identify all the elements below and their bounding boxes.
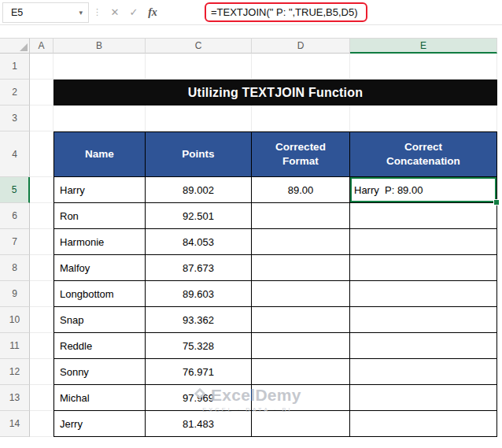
cell-D8[interactable] — [252, 255, 350, 281]
row-header-11[interactable]: 11 — [0, 333, 30, 359]
row-header-6[interactable]: 6 — [0, 203, 30, 229]
column-header-D[interactable]: D — [252, 38, 350, 54]
cell-D1[interactable] — [252, 54, 350, 80]
cell-E7[interactable] — [350, 229, 497, 255]
row-header-10[interactable]: 10 — [0, 307, 30, 333]
cell-A13[interactable] — [30, 385, 54, 411]
cell-E8[interactable] — [350, 255, 497, 281]
cell-D14[interactable] — [252, 411, 350, 437]
cell-D5[interactable]: 89.00 — [252, 177, 350, 203]
excel-window: E5 ▾ ⋮ ✕ ✓ fx =TEXTJOIN(" P: ",TRUE,B5,D… — [0, 0, 502, 437]
cell-D3[interactable] — [252, 106, 350, 131]
row-header-3[interactable]: 3 — [0, 106, 30, 131]
table-header-name[interactable]: Name — [54, 131, 146, 177]
cell-E9[interactable] — [350, 281, 497, 307]
cell-C12[interactable]: 76.971 — [146, 359, 252, 385]
cell-B5[interactable]: Harry — [54, 177, 146, 203]
row-header-9[interactable]: 9 — [0, 281, 30, 307]
cell-B7[interactable]: Harmonie — [54, 229, 146, 255]
cell-A4[interactable] — [30, 131, 54, 177]
cell-C9[interactable]: 89.603 — [146, 281, 252, 307]
cell-A10[interactable] — [30, 307, 54, 333]
cell-E11[interactable] — [350, 333, 497, 359]
cell-A9[interactable] — [30, 281, 54, 307]
column-header-B[interactable]: B — [54, 38, 146, 54]
cell-D7[interactable] — [252, 229, 350, 255]
cell-A2[interactable] — [30, 80, 54, 106]
cell-A7[interactable] — [30, 229, 54, 255]
cell-E1[interactable] — [350, 54, 497, 80]
cell-E13[interactable] — [350, 385, 497, 411]
cell-A6[interactable] — [30, 203, 54, 229]
cell-B12[interactable]: Sonny — [54, 359, 146, 385]
row-header-7[interactable]: 7 — [0, 229, 30, 255]
cell-A5[interactable] — [30, 177, 54, 203]
cell-D11[interactable] — [252, 333, 350, 359]
cell-C13[interactable]: 97.969 — [146, 385, 252, 411]
cell-A11[interactable] — [30, 333, 54, 359]
cell-C11[interactable]: 75.328 — [146, 333, 252, 359]
cell-A3[interactable] — [30, 106, 54, 131]
cell-C1[interactable] — [146, 54, 252, 80]
cell-C7[interactable]: 84.053 — [146, 229, 252, 255]
cell-C8[interactable]: 87.673 — [146, 255, 252, 281]
chevron-down-icon[interactable]: ▾ — [79, 9, 83, 17]
row-header-14[interactable]: 14 — [0, 411, 30, 437]
row-header-1[interactable]: 1 — [0, 54, 30, 80]
cell-E14[interactable] — [350, 411, 497, 437]
row-header-5[interactable]: 5 — [0, 177, 30, 203]
cell-C10[interactable]: 93.362 — [146, 307, 252, 333]
column-header-E[interactable]: E — [350, 38, 497, 54]
cell-B10[interactable]: Snap — [54, 307, 146, 333]
column-header-A[interactable]: A — [30, 38, 54, 54]
select-all-corner[interactable] — [0, 38, 30, 54]
cell-E10[interactable] — [350, 307, 497, 333]
cell-B1[interactable] — [54, 54, 146, 80]
cell-A1[interactable] — [30, 54, 54, 80]
cell-C5[interactable]: 89.002 — [146, 177, 252, 203]
table-header-corrected-format[interactable]: Corrected Format — [252, 131, 350, 177]
cell-D13[interactable] — [252, 385, 350, 411]
spreadsheet-grid: A B C D E 1 2 Utilizing TEXTJOIN Functio… — [0, 38, 502, 437]
cell-D6[interactable] — [252, 203, 350, 229]
cell-B9[interactable]: Longbottom — [54, 281, 146, 307]
cell-A8[interactable] — [30, 255, 54, 281]
formula-bar: E5 ▾ ⋮ ✕ ✓ fx =TEXTJOIN(" P: ",TRUE,B5,D… — [0, 0, 502, 25]
cell-E6[interactable] — [350, 203, 497, 229]
cell-A14[interactable] — [30, 411, 54, 437]
drag-handle-icon: ⋮ — [89, 7, 105, 17]
cell-E12[interactable] — [350, 359, 497, 385]
cell-E5[interactable]: Harry P: 89.00 — [350, 177, 497, 203]
cell-B3[interactable] — [54, 106, 146, 131]
cell-C6[interactable]: 92.501 — [146, 203, 252, 229]
cell-D9[interactable] — [252, 281, 350, 307]
cell-B11[interactable]: Reddle — [54, 333, 146, 359]
column-header-C[interactable]: C — [146, 38, 252, 54]
row-header-2[interactable]: 2 — [0, 80, 30, 106]
confirm-icon[interactable]: ✓ — [124, 2, 143, 23]
cell-D12[interactable] — [252, 359, 350, 385]
cell-B13[interactable]: Michal — [54, 385, 146, 411]
cell-C3[interactable] — [146, 106, 252, 131]
row-header-8[interactable]: 8 — [0, 255, 30, 281]
cell-E3[interactable] — [350, 106, 497, 131]
cell-B14[interactable]: Jerry — [54, 411, 146, 437]
table-header-correct-concatenation[interactable]: Correct Concatenation — [350, 131, 497, 177]
cancel-icon[interactable]: ✕ — [105, 2, 124, 23]
cell-B6[interactable]: Ron — [54, 203, 146, 229]
row-header-4[interactable]: 4 — [0, 131, 30, 177]
name-box[interactable]: E5 ▾ — [2, 2, 89, 23]
cell-C14[interactable]: 81.483 — [146, 411, 252, 437]
table-header-points[interactable]: Points — [146, 131, 252, 177]
cell-A12[interactable] — [30, 359, 54, 385]
name-box-value: E5 — [11, 7, 23, 18]
cell-B8[interactable]: Malfoy — [54, 255, 146, 281]
row-header-13[interactable]: 13 — [0, 385, 30, 411]
insert-function-icon[interactable]: fx — [143, 2, 162, 23]
formula-text: =TEXTJOIN(" P: ",TRUE,B5,D5) — [211, 6, 358, 18]
title-banner[interactable]: Utilizing TEXTJOIN Function — [54, 80, 497, 106]
cell-D10[interactable] — [252, 307, 350, 333]
row-header-12[interactable]: 12 — [0, 359, 30, 385]
formula-input[interactable]: =TEXTJOIN(" P: ",TRUE,B5,D5) — [205, 2, 367, 22]
